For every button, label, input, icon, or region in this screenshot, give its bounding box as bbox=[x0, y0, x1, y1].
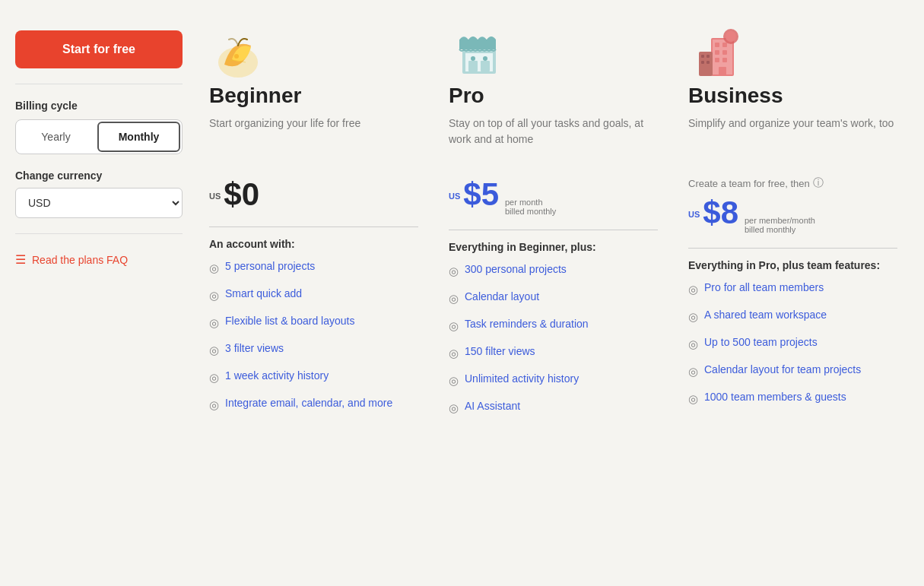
check-icon: ◎ bbox=[449, 372, 459, 388]
feature-text: Task reminders & duration bbox=[465, 317, 589, 332]
feature-text: Calendar layout for team projects bbox=[704, 363, 861, 378]
check-icon: ◎ bbox=[449, 345, 459, 361]
svg-rect-11 bbox=[722, 43, 727, 47]
feature-text: Smart quick add bbox=[225, 287, 302, 302]
feature-item: ◎ AI Assistant bbox=[449, 399, 658, 416]
check-icon: ◎ bbox=[688, 391, 698, 407]
feature-text: 1000 team members & guests bbox=[704, 390, 846, 405]
check-icon: ◎ bbox=[209, 315, 219, 331]
yearly-toggle[interactable]: Yearly bbox=[16, 120, 96, 154]
check-icon: ◎ bbox=[688, 309, 698, 325]
pro-plan-desc: Stay on top of all your tasks and goals,… bbox=[449, 116, 658, 164]
check-icon: ◎ bbox=[449, 318, 459, 334]
feature-text: A shared team workspace bbox=[704, 308, 827, 323]
feature-text: 300 personal projects bbox=[465, 262, 567, 277]
svg-rect-20 bbox=[701, 61, 704, 64]
feature-item: ◎ 150 filter views bbox=[449, 344, 658, 361]
business-price-line2: billed monthly bbox=[745, 225, 815, 234]
pro-price-prefix: US bbox=[449, 192, 460, 201]
check-icon: ◎ bbox=[209, 342, 219, 358]
feature-item: ◎ 300 personal projects bbox=[449, 262, 658, 279]
business-price-detail: per member/month billed monthly bbox=[745, 216, 815, 234]
check-icon: ◎ bbox=[688, 281, 698, 297]
beginner-divider bbox=[209, 226, 418, 227]
svg-rect-17 bbox=[699, 52, 713, 76]
svg-rect-4 bbox=[468, 61, 478, 71]
feature-item: ◎ Unlimited activity history bbox=[449, 372, 658, 388]
business-features-heading: Everything in Pro, plus team features: bbox=[688, 259, 897, 271]
beginner-price-amount: $0 bbox=[224, 176, 259, 213]
info-icon: ⓘ bbox=[813, 176, 824, 190]
feature-item: ◎ Smart quick add bbox=[209, 287, 418, 303]
feature-text: Unlimited activity history bbox=[465, 372, 579, 387]
beginner-price-row: US $0 bbox=[209, 176, 418, 213]
monthly-toggle[interactable]: Monthly bbox=[97, 122, 180, 152]
plan-pro: Pro Stay on top of all your tasks and go… bbox=[437, 23, 669, 563]
check-icon: ◎ bbox=[209, 260, 219, 276]
faq-link-text: Read the plans FAQ bbox=[32, 254, 128, 266]
svg-rect-12 bbox=[715, 50, 719, 55]
pro-price-line1: per month bbox=[505, 198, 556, 207]
currency-select[interactable]: USD EUR GBP JPY bbox=[15, 188, 183, 218]
business-icon bbox=[688, 23, 749, 84]
svg-rect-16 bbox=[719, 67, 726, 76]
business-plan-name: Business bbox=[688, 84, 897, 108]
svg-rect-10 bbox=[715, 43, 719, 47]
feature-item: ◎ A shared team workspace bbox=[688, 308, 897, 325]
pro-price-amount: $5 bbox=[463, 176, 499, 213]
currency-label: Change currency bbox=[15, 169, 183, 182]
feature-item: ◎ 3 filter views bbox=[209, 341, 418, 358]
business-price-amount: $8 bbox=[703, 195, 738, 231]
svg-point-6 bbox=[471, 56, 475, 61]
billing-cycle-label: Billing cycle bbox=[15, 100, 183, 112]
plan-beginner: Beginner Start organizing your life for … bbox=[198, 23, 430, 563]
feature-text: 1 week activity history bbox=[225, 369, 329, 384]
business-plan-desc: Simplify and organize your team's work, … bbox=[688, 116, 897, 164]
feature-item: ◎ 5 personal projects bbox=[209, 259, 418, 276]
feature-item: ◎ Calendar layout for team projects bbox=[688, 363, 897, 379]
sidebar-divider-1 bbox=[15, 84, 183, 84]
pro-plan-name: Pro bbox=[449, 84, 658, 108]
feature-item: ◎ Up to 500 team projects bbox=[688, 335, 897, 352]
pro-price-line2: billed monthly bbox=[505, 207, 556, 216]
billing-cycle-section: Billing cycle Yearly Monthly bbox=[15, 100, 183, 154]
check-icon: ◎ bbox=[209, 287, 219, 303]
svg-rect-13 bbox=[722, 50, 727, 55]
plan-business: Business Simplify and organize your team… bbox=[677, 23, 909, 563]
currency-section: Change currency USD EUR GBP JPY bbox=[15, 169, 183, 218]
pro-price-detail: per month billed monthly bbox=[505, 198, 556, 216]
svg-rect-5 bbox=[481, 61, 490, 71]
feature-item: ◎ 1 week activity history bbox=[209, 369, 418, 385]
feature-item: ◎ Pro for all team members bbox=[688, 280, 897, 297]
faq-icon: ☰ bbox=[15, 252, 26, 267]
svg-rect-15 bbox=[722, 58, 727, 62]
start-for-free-button[interactable]: Start for free bbox=[15, 30, 183, 68]
svg-rect-21 bbox=[706, 61, 710, 64]
pro-price-row: US $5 per month billed monthly bbox=[449, 176, 658, 216]
beginner-icon bbox=[209, 23, 270, 84]
sidebar: Start for free Billing cycle Yearly Mont… bbox=[15, 23, 183, 563]
feature-text: 150 filter views bbox=[465, 344, 535, 360]
feature-text: 3 filter views bbox=[225, 341, 284, 356]
business-price-row: US $8 per member/month billed monthly bbox=[688, 195, 897, 234]
feature-text: Flexible list & board layouts bbox=[225, 314, 354, 329]
billing-toggle-group: Yearly Monthly bbox=[15, 119, 183, 154]
beginner-plan-desc: Start organizing your life for free bbox=[209, 116, 418, 164]
feature-text: 5 personal projects bbox=[225, 259, 315, 274]
pro-divider bbox=[449, 230, 658, 230]
pro-icon bbox=[449, 23, 510, 84]
check-icon: ◎ bbox=[209, 369, 219, 385]
beginner-price-prefix: US bbox=[209, 192, 221, 201]
beginner-features-heading: An account with: bbox=[209, 238, 418, 250]
beginner-plan-name: Beginner bbox=[209, 84, 418, 108]
feature-text: Calendar layout bbox=[465, 290, 539, 305]
sidebar-divider-2 bbox=[15, 233, 183, 234]
svg-rect-19 bbox=[706, 55, 710, 58]
feature-item: ◎ 1000 team members & guests bbox=[688, 390, 897, 407]
faq-link[interactable]: ☰ Read the plans FAQ bbox=[15, 252, 183, 267]
business-price-prefix: US bbox=[688, 210, 700, 219]
svg-rect-14 bbox=[715, 58, 719, 62]
svg-point-23 bbox=[726, 31, 736, 42]
plans-container: Beginner Start organizing your life for … bbox=[198, 23, 909, 563]
svg-rect-18 bbox=[701, 55, 704, 58]
